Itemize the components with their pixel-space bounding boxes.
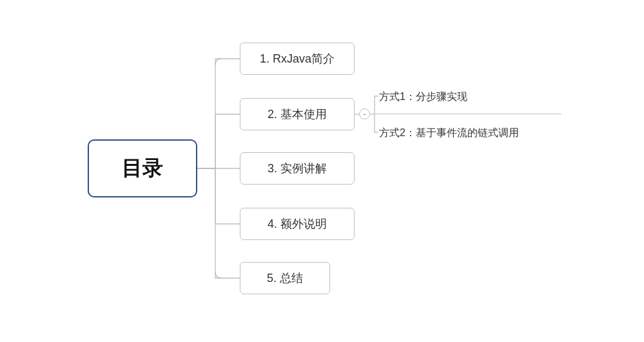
sub-divider — [375, 114, 561, 114]
collapse-toggle[interactable]: - — [359, 108, 370, 119]
subnode-method1[interactable]: 方式1：分步骤实现 — [379, 90, 467, 104]
subnode-method2[interactable]: 方式2：基于事件流的链式调用 — [379, 126, 519, 140]
node-label: 3. 实例讲解 — [268, 161, 327, 176]
node-rxjava-intro[interactable]: 1. RxJava简介 — [240, 43, 355, 75]
node-extra-notes[interactable]: 4. 额外说明 — [240, 208, 355, 240]
node-summary[interactable]: 5. 总结 — [240, 262, 330, 294]
mindmap-canvas: 目录 1. RxJava简介 2. 基本使用 3. 实例讲解 4. 额外说明 5… — [0, 0, 644, 342]
minus-icon: - — [364, 110, 366, 118]
node-basic-usage[interactable]: 2. 基本使用 — [240, 98, 355, 130]
subnode-label: 方式2：基于事件流的链式调用 — [379, 127, 519, 138]
node-example[interactable]: 3. 实例讲解 — [240, 152, 355, 185]
node-label: 1. RxJava简介 — [260, 51, 335, 66]
node-label: 5. 总结 — [267, 270, 303, 286]
root-label: 目录 — [122, 154, 163, 183]
subnode-label: 方式1：分步骤实现 — [379, 91, 467, 102]
node-label: 4. 额外说明 — [268, 216, 327, 232]
node-label: 2. 基本使用 — [268, 106, 327, 122]
root-node[interactable]: 目录 — [88, 139, 197, 197]
